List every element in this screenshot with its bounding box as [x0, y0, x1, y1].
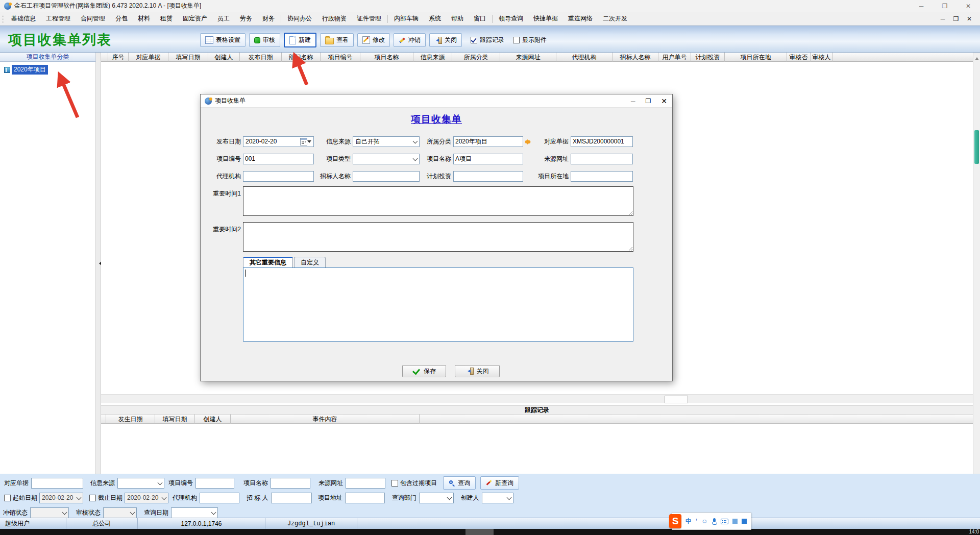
- menu-item[interactable]: 合同管理: [76, 12, 110, 26]
- ime-keyboard-icon[interactable]: [721, 519, 728, 524]
- menu-item[interactable]: 财务: [257, 12, 280, 26]
- menu-grip-handle[interactable]: [2, 14, 4, 23]
- ime-lang-icon[interactable]: 中: [685, 517, 692, 526]
- project-no-input[interactable]: [243, 154, 314, 164]
- vscroll-thumb[interactable]: [974, 130, 979, 164]
- grid-column-header[interactable]: 发布日期: [240, 53, 282, 62]
- end-date-select[interactable]: 2020-02-20: [125, 493, 168, 503]
- menu-item[interactable]: 劳务: [235, 12, 257, 26]
- menu-item[interactable]: 协同办公: [282, 12, 317, 26]
- filter-agency-input[interactable]: [200, 493, 239, 503]
- tracking-column-header[interactable]: 事件内容: [231, 415, 420, 424]
- menu-item[interactable]: 材料: [133, 12, 155, 26]
- issue-date-picker[interactable]: 2020-02-20: [243, 136, 314, 147]
- end-date-checkbox[interactable]: [89, 495, 96, 501]
- tracking-column-header[interactable]: 发生日期: [106, 415, 155, 424]
- grid-column-header[interactable]: 用户单号: [658, 53, 691, 62]
- grid-column-header[interactable]: 部门名称: [282, 53, 321, 62]
- ime-emoji-icon[interactable]: ☺: [701, 518, 707, 525]
- track-record-checkbox[interactable]: 跟踪记录: [471, 36, 504, 44]
- menu-item[interactable]: 系统: [424, 12, 446, 26]
- dialog-close-action-button[interactable]: 关闭: [455, 365, 500, 377]
- bidder-input[interactable]: [353, 171, 420, 182]
- start-date-select[interactable]: 2020-02-20: [39, 493, 83, 503]
- menu-item[interactable]: 二次开发: [598, 12, 632, 26]
- vertical-scrollbar[interactable]: [973, 53, 980, 474]
- close-list-button[interactable]: 关闭: [429, 33, 462, 47]
- memo1-textarea[interactable]: [243, 186, 633, 216]
- dialog-close-button[interactable]: ✕: [661, 97, 667, 105]
- menu-item[interactable]: 重连网络: [563, 12, 598, 26]
- memo2-textarea[interactable]: [243, 222, 633, 252]
- grid-column-header[interactable]: 序号: [108, 53, 129, 62]
- menu-item[interactable]: 内部车辆: [389, 12, 424, 26]
- grid-column-header[interactable]: 审核否: [787, 53, 811, 62]
- ime-punctuation-icon[interactable]: ’: [696, 518, 697, 525]
- location-input[interactable]: [571, 171, 633, 182]
- child-restore-button[interactable]: ❐: [950, 14, 962, 24]
- filter-doc-no-input[interactable]: [31, 478, 83, 489]
- grid-column-header[interactable]: 对应单据: [129, 53, 168, 62]
- sidebar-splitter[interactable]: [96, 53, 101, 474]
- new-query-button[interactable]: 新查询: [480, 476, 519, 490]
- menu-item[interactable]: 快捷单据: [528, 12, 563, 26]
- tracking-column-header[interactable]: 填写日期: [155, 415, 195, 424]
- menu-item[interactable]: 工程管理: [41, 12, 76, 26]
- grid-column-header[interactable]: 项目编号: [321, 53, 360, 62]
- audit-button[interactable]: 审核: [249, 33, 280, 47]
- info-source-select[interactable]: 自己开拓: [353, 136, 420, 147]
- menu-item[interactable]: 员工: [212, 12, 235, 26]
- include-expired-checkbox[interactable]: [391, 480, 398, 487]
- grid-column-header[interactable]: 项目所在地: [725, 53, 787, 62]
- menu-item[interactable]: 租赁: [155, 12, 178, 26]
- modify-button[interactable]: 修改: [357, 33, 390, 47]
- tree-node-2020[interactable]: 2020年项目: [4, 65, 48, 75]
- grid-column-header[interactable]: 计划投资: [691, 53, 725, 62]
- filter-dept-select[interactable]: [419, 493, 454, 503]
- checkbox-icon[interactable]: [513, 37, 520, 43]
- dialog-minimize-button[interactable]: ─: [631, 98, 635, 105]
- menu-item[interactable]: 分包: [110, 12, 133, 26]
- grid-column-header[interactable]: 所属分类: [452, 53, 500, 62]
- planned-invest-input[interactable]: [453, 171, 523, 182]
- category-input[interactable]: [453, 136, 523, 147]
- tab-custom[interactable]: 自定义: [294, 257, 326, 268]
- ime-mic-icon[interactable]: [712, 518, 717, 525]
- filter-address-input[interactable]: [345, 493, 385, 503]
- save-button[interactable]: 保存: [402, 365, 446, 377]
- ime-skin-icon[interactable]: [732, 519, 738, 524]
- tracking-column-header[interactable]: 创建人: [195, 415, 231, 424]
- writeoff-button[interactable]: 冲销: [394, 33, 426, 47]
- child-minimize-button[interactable]: ─: [937, 14, 948, 24]
- new-button[interactable]: 新建: [284, 33, 316, 47]
- dialog-maximize-button[interactable]: ❐: [646, 98, 651, 105]
- filter-project-name-input[interactable]: [271, 478, 310, 489]
- query-button[interactable]: 查询: [443, 476, 476, 490]
- checkbox-checked-icon[interactable]: [471, 37, 477, 43]
- audit-status-select[interactable]: [103, 507, 137, 518]
- grid-column-header[interactable]: 审核人: [811, 53, 833, 62]
- hscroll-thumb[interactable]: [665, 396, 688, 403]
- menu-item[interactable]: 窗口: [469, 12, 491, 26]
- tree-node-label[interactable]: 2020年项目: [12, 65, 48, 75]
- window-minimize-button[interactable]: ─: [910, 0, 933, 12]
- filter-info-source-select[interactable]: [117, 478, 164, 489]
- project-name-input[interactable]: [453, 154, 523, 164]
- grid-column-header[interactable]: 代理机构: [556, 53, 612, 62]
- scroll-up-icon[interactable]: [975, 55, 979, 60]
- ime-toolbox-icon[interactable]: [742, 519, 747, 524]
- child-close-button[interactable]: ✕: [964, 14, 975, 24]
- project-type-select[interactable]: [353, 154, 420, 164]
- sogou-logo-icon[interactable]: S: [669, 514, 681, 528]
- view-button[interactable]: 查看: [320, 33, 354, 47]
- window-close-button[interactable]: ✕: [957, 0, 980, 12]
- menu-item[interactable]: 基础信息: [6, 12, 41, 26]
- menu-item[interactable]: 固定资产: [178, 12, 212, 26]
- start-date-checkbox[interactable]: [4, 495, 11, 501]
- grid-column-header[interactable]: 信息来源: [413, 53, 452, 62]
- doc-no-input[interactable]: [571, 136, 633, 147]
- grid-settings-button[interactable]: 表格设置: [200, 33, 246, 47]
- filter-bidder-input[interactable]: [271, 493, 312, 503]
- horizontal-scrollbar[interactable]: [101, 394, 973, 403]
- source-url-input[interactable]: [571, 154, 633, 164]
